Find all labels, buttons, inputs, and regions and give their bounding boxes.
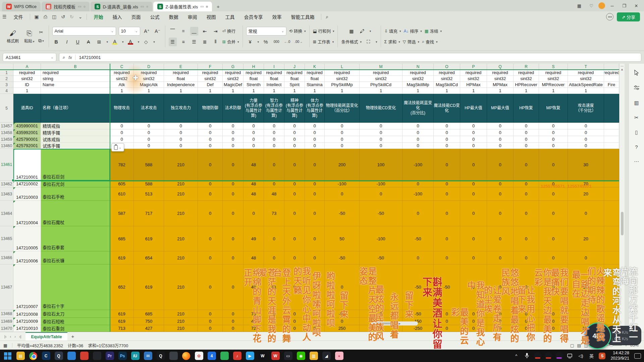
- cell-value[interactable]: 0: [539, 264, 568, 310]
- cell-id-425790001[interactable]: 425790001: [13, 136, 41, 143]
- cell-value[interactable]: 0: [134, 129, 164, 136]
- find-button[interactable]: ⌕ 查找▾: [422, 39, 438, 45]
- cell-value[interactable]: 0: [284, 226, 305, 251]
- cell-value[interactable]: 48: [244, 187, 264, 201]
- cell-M1[interactable]: required: [360, 70, 402, 76]
- cell-value[interactable]: 427: [134, 325, 164, 332]
- cell-value[interactable]: 713: [110, 325, 134, 332]
- cell-value[interactable]: 48: [264, 187, 284, 201]
- field-header-Independence[interactable]: 独立攻击力: [164, 94, 198, 123]
- percent-circle[interactable]: 46 %: [584, 322, 611, 349]
- cell-value[interactable]: 0: [134, 136, 164, 143]
- cell-value[interactable]: 0: [198, 187, 223, 201]
- cell-value[interactable]: [604, 310, 619, 318]
- vertical-scroll-thumb[interactable]: [621, 212, 624, 235]
- cell-value[interactable]: 588: [134, 181, 164, 187]
- format-painter-button[interactable]: 🖌︎ 格式刷: [4, 29, 21, 44]
- microphone-icon[interactable]: [522, 350, 532, 362]
- cell-value[interactable]: 0: [539, 187, 568, 201]
- cell-value[interactable]: 0: [487, 201, 514, 226]
- cell-name[interactable]: 泰拉石短枪: [41, 318, 110, 325]
- cell-value[interactable]: 0: [434, 149, 460, 181]
- row-header-13468[interactable]: 13468: [0, 310, 13, 318]
- field-header-Stamina[interactable]: 体力 (有浮点参与属性计算): [305, 94, 325, 123]
- increase-indent-button[interactable]: ⇥: [212, 27, 220, 36]
- row-header-4[interactable]: 4: [0, 88, 13, 94]
- cell-name[interactable]: 试炼手镯: [41, 143, 110, 149]
- cell-value[interactable]: 210: [164, 318, 198, 325]
- cell-value[interactable]: 0: [264, 251, 284, 264]
- italic-button[interactable]: I: [63, 38, 71, 46]
- cell-value[interactable]: 0: [514, 149, 539, 181]
- cell-id-147210010[interactable]: 147210010: [13, 325, 41, 332]
- cell-value[interactable]: 0: [514, 123, 539, 129]
- cell-value[interactable]: 0: [434, 226, 460, 251]
- cell-value[interactable]: 0: [360, 143, 402, 149]
- menu-插入[interactable]: 插入: [108, 11, 126, 22]
- row-header-13465[interactable]: 13465: [0, 226, 13, 251]
- cell-value[interactable]: 0: [487, 136, 514, 143]
- chart-icon[interactable]: ▥: [634, 100, 639, 106]
- taskbar-tv-app[interactable]: ▭: [282, 350, 294, 362]
- cell-M3[interactable]: PhySkillCd: [360, 82, 402, 88]
- cell-value[interactable]: 0: [514, 201, 539, 226]
- cell-value[interactable]: 0: [360, 129, 402, 136]
- column-header-A[interactable]: A: [13, 64, 41, 70]
- cell-id-147210008[interactable]: 147210008: [13, 310, 41, 318]
- notification-center-icon[interactable]: [633, 350, 643, 362]
- cell-value[interactable]: 0: [460, 318, 487, 325]
- sort-button[interactable]: A↓ 排序▾: [404, 28, 422, 34]
- cell-value[interactable]: 0: [460, 325, 487, 332]
- cell-id-147210005[interactable]: 147210005: [13, 226, 41, 251]
- cell-E4[interactable]: 1: [164, 88, 198, 94]
- cell-value[interactable]: [604, 123, 619, 129]
- cell-value[interactable]: 0: [402, 129, 434, 136]
- taskbar-video-player[interactable]: ▶: [244, 350, 256, 362]
- clear-format-button[interactable]: ◇: [142, 38, 150, 46]
- cell-id-435990001[interactable]: 435990001: [13, 123, 41, 129]
- cell-value[interactable]: 0: [284, 325, 305, 332]
- row-header-13470[interactable]: 13470: [0, 325, 13, 332]
- cell-value[interactable]: 0: [434, 251, 460, 264]
- cell-id-147210004[interactable]: 147210004: [13, 201, 41, 226]
- column-header-P[interactable]: P: [460, 64, 487, 70]
- cell-value[interactable]: 0: [514, 325, 539, 332]
- last-sheet-button[interactable]: ›|: [17, 335, 23, 339]
- cell-G1[interactable]: required: [223, 70, 244, 76]
- cell-value[interactable]: 0: [264, 318, 284, 325]
- cell-value[interactable]: 0: [164, 136, 198, 143]
- ime-indicator[interactable]: 英: [586, 350, 596, 362]
- cell-F3[interactable]: Def: [198, 82, 223, 88]
- properties-sliders-icon[interactable]: [634, 85, 639, 91]
- cell-H1[interactable]: required: [244, 70, 264, 76]
- cell-value[interactable]: 0: [360, 136, 402, 143]
- cell-value[interactable]: 0: [305, 251, 325, 264]
- first-sheet-button[interactable]: |‹: [3, 335, 8, 339]
- cell-value[interactable]: -100: [360, 226, 402, 251]
- field-header-Fire[interactable]: [604, 94, 619, 123]
- cell-value[interactable]: 0: [264, 123, 284, 129]
- cell-id-425792001[interactable]: 425792001: [13, 143, 41, 149]
- cell-name[interactable]: 泰拉石魔杖: [41, 201, 110, 226]
- start-button[interactable]: [1, 350, 14, 362]
- cell-value[interactable]: 61: [264, 264, 284, 310]
- cell-value[interactable]: 588: [134, 149, 164, 181]
- align-center-button[interactable]: ≡: [179, 38, 187, 46]
- cell-value[interactable]: 0: [198, 123, 223, 129]
- cell-value[interactable]: 0: [402, 251, 434, 264]
- cell-value[interactable]: -250: [402, 325, 434, 332]
- cell-value[interactable]: [604, 201, 619, 226]
- decrease-decimal-button[interactable]: .00→: [294, 38, 303, 46]
- cell-value[interactable]: 0: [568, 310, 604, 318]
- row-header-13460[interactable]: 13460: [0, 143, 13, 149]
- cell-value[interactable]: 0: [514, 187, 539, 201]
- cell-value[interactable]: 0: [434, 318, 460, 325]
- taskbar-app-blue2[interactable]: 4: [205, 350, 218, 362]
- paste-button[interactable]: ⎘ 粘贴▾: [21, 29, 37, 44]
- cell-value[interactable]: 0: [264, 129, 284, 136]
- font-color-button[interactable]: A: [126, 38, 135, 46]
- menu-file[interactable]: 文件: [9, 11, 28, 22]
- cell-name[interactable]: 泰拉石拳套: [41, 226, 110, 251]
- cell-value[interactable]: 0: [514, 318, 539, 325]
- cell-value[interactable]: 654: [134, 251, 164, 264]
